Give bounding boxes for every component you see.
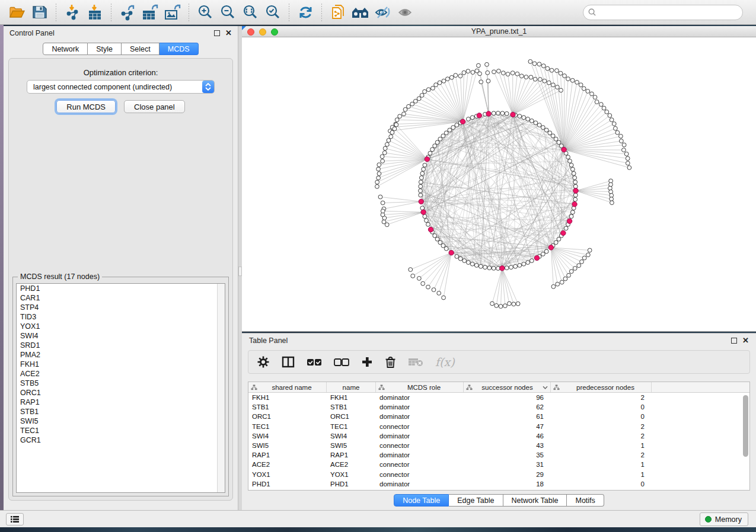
add-column-icon[interactable]: [361, 356, 373, 368]
network-node[interactable]: [389, 134, 393, 139]
network-node[interactable]: [486, 70, 490, 75]
network-node[interactable]: [497, 69, 501, 73]
tab-network[interactable]: Network: [43, 43, 88, 55]
export-table-icon[interactable]: [140, 4, 160, 21]
network-node[interactable]: [627, 166, 631, 170]
network-node[interactable]: [476, 63, 480, 68]
mcds-hub-node[interactable]: [419, 199, 423, 204]
network-node[interactable]: [423, 89, 427, 94]
network-node[interactable]: [419, 176, 423, 180]
network-node[interactable]: [382, 150, 387, 155]
network-node[interactable]: [454, 73, 458, 78]
network-node[interactable]: [383, 146, 387, 150]
tab-mcds[interactable]: MCDS: [160, 43, 199, 55]
mcds-hub-node[interactable]: [511, 112, 515, 117]
list-item[interactable]: STB1: [17, 407, 225, 416]
table-row[interactable]: RAP1RAP1dominator352: [248, 450, 749, 460]
network-node[interactable]: [445, 77, 449, 81]
mcds-hub-node[interactable]: [567, 219, 572, 223]
network-node[interactable]: [547, 81, 551, 85]
network-node[interactable]: [420, 94, 424, 98]
network-node[interactable]: [479, 80, 483, 84]
network-node[interactable]: [505, 266, 509, 270]
network-node[interactable]: [551, 134, 555, 138]
network-node[interactable]: [551, 83, 555, 87]
network-node[interactable]: [554, 137, 558, 141]
network-node[interactable]: [462, 259, 467, 263]
network-node[interactable]: [602, 106, 606, 110]
network-node[interactable]: [381, 209, 385, 213]
network-node[interactable]: [534, 121, 538, 125]
export-network-icon[interactable]: [117, 4, 138, 21]
list-item[interactable]: STP4: [17, 303, 225, 312]
close-panel-icon[interactable]: ✕: [225, 30, 232, 36]
network-node[interactable]: [609, 190, 613, 194]
network-node[interactable]: [458, 74, 462, 78]
network-node[interactable]: [433, 233, 437, 238]
network-node[interactable]: [573, 184, 578, 188]
network-node[interactable]: [516, 302, 520, 306]
network-node[interactable]: [522, 116, 526, 120]
network-node[interactable]: [569, 270, 573, 274]
network-node[interactable]: [500, 111, 505, 116]
open-session-icon[interactable]: [7, 4, 27, 21]
table-row[interactable]: FKH1FKH1dominator962: [248, 393, 749, 402]
mcds-result-list[interactable]: PHD1CAR1STP4TID3YOX1SWI4SRD1PMA2FKH1ACE2…: [16, 283, 225, 493]
list-item[interactable]: ACE2: [17, 369, 225, 379]
table-row[interactable]: ORC1ORC1dominator610: [248, 412, 749, 421]
run-mcds-button[interactable]: Run MCDS: [56, 100, 116, 113]
network-node[interactable]: [455, 123, 459, 127]
network-node[interactable]: [426, 88, 430, 92]
network-node[interactable]: [608, 114, 612, 118]
search-input[interactable]: [599, 8, 738, 17]
tab-node-table[interactable]: Node Table: [394, 494, 449, 507]
network-node[interactable]: [546, 66, 550, 70]
network-node[interactable]: [626, 161, 630, 165]
network-node[interactable]: [626, 156, 630, 161]
network-node[interactable]: [395, 118, 399, 122]
network-node[interactable]: [557, 140, 561, 145]
list-item[interactable]: PHD1: [17, 284, 225, 293]
network-node[interactable]: [441, 134, 445, 138]
network-node[interactable]: [490, 302, 495, 306]
copy-network-icon[interactable]: [328, 4, 348, 21]
network-node[interactable]: [441, 243, 445, 248]
network-node[interactable]: [442, 296, 446, 300]
network-node[interactable]: [486, 79, 490, 83]
network-view-titlebar[interactable]: YPA_prune.txt_1: [242, 26, 756, 37]
show-graphics-icon[interactable]: [395, 4, 416, 21]
network-canvas[interactable]: [242, 37, 756, 331]
network-node[interactable]: [573, 197, 578, 201]
network-node[interactable]: [522, 262, 526, 266]
network-node[interactable]: [466, 69, 470, 73]
list-item[interactable]: ORC1: [17, 388, 225, 398]
network-node[interactable]: [541, 126, 545, 130]
network-node[interactable]: [533, 77, 537, 81]
network-node[interactable]: [529, 119, 534, 123]
network-node[interactable]: [407, 104, 411, 108]
network-node[interactable]: [377, 176, 381, 180]
network-node[interactable]: [390, 130, 394, 134]
network-node[interactable]: [555, 85, 559, 89]
column-header[interactable]: MCDS role: [376, 382, 464, 392]
network-node[interactable]: [423, 214, 427, 219]
column-header[interactable]: successor nodes: [464, 382, 551, 392]
network-node[interactable]: [526, 117, 530, 121]
network-node[interactable]: [426, 285, 430, 289]
network-node[interactable]: [518, 114, 522, 118]
network-node[interactable]: [506, 72, 510, 76]
network-node[interactable]: [479, 264, 483, 268]
network-node[interactable]: [588, 248, 592, 252]
network-node[interactable]: [417, 97, 421, 101]
search-box[interactable]: [583, 5, 743, 20]
tab-style[interactable]: Style: [88, 43, 122, 55]
network-node[interactable]: [507, 302, 511, 306]
network-node[interactable]: [435, 140, 439, 145]
mcds-hub-node[interactable]: [449, 250, 454, 255]
zoom-out-icon[interactable]: [218, 4, 238, 21]
network-node[interactable]: [575, 80, 579, 84]
network-node[interactable]: [563, 277, 567, 281]
network-node[interactable]: [377, 163, 381, 167]
mcds-hub-node[interactable]: [460, 119, 465, 124]
network-node[interactable]: [518, 263, 522, 267]
